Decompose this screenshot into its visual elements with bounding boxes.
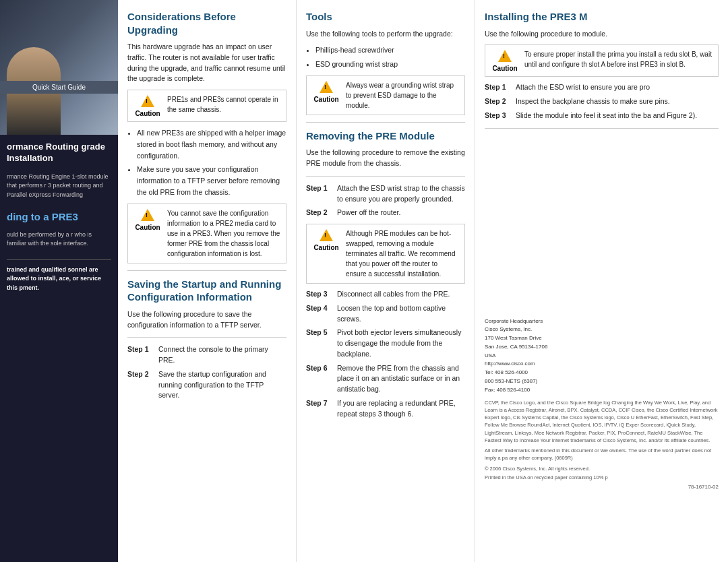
caution-icon-4 bbox=[320, 228, 333, 242]
column-3: Tools Use the following tools to perform… bbox=[297, 0, 475, 562]
caution-label-5: Caution bbox=[491, 49, 519, 72]
bullet-list: All new PRE3s are shipped with a helper … bbox=[137, 127, 286, 198]
rem-step-4-row: Step 4 Loosen the top and bottom captive… bbox=[306, 303, 465, 325]
caution-text-5: To ensure proper install the prima you i… bbox=[524, 49, 712, 69]
column-2: Considerations Before Upgrading This har… bbox=[118, 0, 297, 562]
inst-step-3-label: Step 3 bbox=[485, 111, 512, 121]
copyright-text: © 2006 Cisco Systems, Inc. All rights re… bbox=[485, 465, 719, 472]
step-2-row: Step 2 Save the startup configuration an… bbox=[127, 369, 286, 401]
saving-body: Use the following procedure to save the … bbox=[127, 309, 286, 331]
inst-step-1-text: Attach the ESD wrist to ensure you are p… bbox=[516, 82, 650, 93]
rem-step-7-label: Step 7 bbox=[306, 398, 333, 420]
rem-step-2-text: Power off the router. bbox=[337, 208, 400, 218]
caution-icon-5 bbox=[498, 49, 512, 63]
rem-step-5-label: Step 5 bbox=[306, 327, 333, 359]
rem-step-2-label: Step 2 bbox=[306, 208, 333, 218]
caution-box-2: Caution You cannot save the configuratio… bbox=[127, 204, 286, 263]
legal-text: CCVP, the Cisco Logo, and the Cisco Squa… bbox=[485, 399, 719, 445]
rem-step-1-row: Step 1 Attach the ESD wrist strap to the… bbox=[306, 183, 465, 205]
inst-step-1-row: Step 1 Attach the ESD wrist to ensure yo… bbox=[485, 82, 719, 93]
removing-body: Use the following procedure to remove th… bbox=[306, 148, 465, 169]
step-1-text: Connect the console to the primary PRE. bbox=[158, 344, 286, 366]
caution-text-2: You cannot save the configuration inform… bbox=[167, 208, 280, 259]
inst-step-2-row: Step 2 Inspect the backplane chassis to … bbox=[485, 96, 719, 107]
left-column: Quick Start Guide ormance Routing grade … bbox=[0, 0, 118, 562]
doc-number: 78-16710-02 bbox=[485, 484, 719, 490]
page: Quick Start Guide ormance Routing grade … bbox=[0, 0, 728, 562]
bullet-item-1: All new PRE3s are shipped with a helper … bbox=[137, 127, 286, 161]
product-desc: rmance Routing Engine 1-slot module that… bbox=[7, 173, 111, 200]
inst-step-3-text: Slide the module into feel it seat into … bbox=[516, 111, 697, 121]
installing-body: Use the following procedure to module. bbox=[485, 29, 719, 40]
rem-step-5-row: Step 5 Pivot both ejector levers simulta… bbox=[306, 327, 465, 359]
caution-text-4: Although PRE modules can be hot-swapped,… bbox=[346, 228, 459, 279]
tool-item-1: Phillips-head screwdriver bbox=[315, 44, 465, 56]
rem-step-6-text: Remove the PRE from the chassis and plac… bbox=[337, 363, 465, 395]
caution-label-1: Caution bbox=[133, 94, 162, 117]
saving-title: Saving the Startup and Running Configura… bbox=[127, 278, 286, 304]
step-2-text: Save the startup configuration and runni… bbox=[158, 369, 286, 401]
caution-triangle-4 bbox=[320, 229, 333, 241]
inst-step-1-label: Step 1 bbox=[485, 82, 512, 93]
caution-box-3: Caution Always wear a grounding wrist st… bbox=[306, 75, 465, 115]
recycled-text: Printed in the USA on recycled paper con… bbox=[485, 474, 719, 481]
caution-triangle-5 bbox=[498, 50, 512, 62]
caution-triangle-1 bbox=[141, 95, 154, 107]
caution-triangle-3 bbox=[320, 81, 333, 93]
caution-text-1: PRE1s and PRE3s cannot operate in the sa… bbox=[167, 94, 280, 115]
rem-step-3-text: Disconnect all cables from the PRE. bbox=[337, 289, 450, 300]
divider-3 bbox=[306, 122, 465, 123]
caution-box-4: Caution Although PRE modules can be hot-… bbox=[306, 224, 465, 284]
rem-step-3-row: Step 3 Disconnect all cables from the PR… bbox=[306, 289, 465, 300]
caution-label-3: Caution bbox=[312, 80, 340, 103]
caution-label-2: Caution bbox=[133, 208, 162, 231]
corp-info: Corporate Headquarters Cisco Systems, In… bbox=[485, 317, 719, 395]
installing-title: Installing the PRE3 M bbox=[485, 10, 719, 24]
caution-label-4: Caution bbox=[312, 228, 340, 251]
divider-4 bbox=[306, 176, 465, 177]
rem-step-7-row: Step 7 If you are replacing a redundant … bbox=[306, 398, 465, 420]
upgrade-desc: ould be performed by a r who is familiar… bbox=[7, 230, 111, 249]
caution-text-3: Always wear a grounding wrist strap to p… bbox=[346, 80, 459, 111]
step-1-label: Step 1 bbox=[127, 344, 154, 366]
rem-step-7-text: If you are replacing a redundant PRE, re… bbox=[337, 398, 465, 420]
rem-step-1-text: Attach the ESD wrist strap to the chassi… bbox=[337, 183, 465, 205]
step-1-row: Step 1 Connect the console to the primar… bbox=[127, 344, 286, 366]
hero-image bbox=[0, 0, 118, 135]
rem-step-2-row: Step 2 Power off the router. bbox=[306, 208, 465, 218]
tools-body: Use the following tools to perform the u… bbox=[306, 29, 465, 40]
divider-1 bbox=[127, 270, 286, 271]
tools-title: Tools bbox=[306, 10, 465, 24]
divider-5 bbox=[485, 128, 719, 129]
warning-text: trained and qualified sonnel are allowed… bbox=[7, 259, 111, 293]
tools-list: Phillips-head screwdriver ESD grounding … bbox=[315, 44, 465, 70]
rem-step-1-label: Step 1 bbox=[306, 183, 333, 205]
caution-box-1: Caution PRE1s and PRE3s cannot operate i… bbox=[127, 90, 286, 122]
left-content: ormance Routing grade Installation rmanc… bbox=[0, 135, 118, 299]
considerations-body: This hardware upgrade has an impact on u… bbox=[127, 42, 286, 84]
bullet-item-2: Make sure you save your configuration in… bbox=[137, 164, 286, 197]
rem-step-4-label: Step 4 bbox=[306, 303, 333, 325]
rem-step-3-label: Step 3 bbox=[306, 289, 333, 300]
product-title: ormance Routing grade Installation bbox=[7, 142, 111, 164]
inst-step-2-label: Step 2 bbox=[485, 96, 512, 107]
caution-icon-3 bbox=[320, 80, 333, 94]
divider-2 bbox=[127, 337, 286, 338]
legal-text-2: All other trademarks mentioned in this d… bbox=[485, 447, 719, 462]
rem-step-4-text: Loosen the top and bottom captive screws… bbox=[337, 303, 465, 325]
inst-step-2-text: Inspect the backplane chassis to make su… bbox=[516, 96, 670, 107]
column-4: Installing the PRE3 M Use the following … bbox=[475, 0, 728, 562]
caution-triangle-2 bbox=[141, 209, 154, 221]
caution-icon-2 bbox=[141, 208, 154, 222]
tool-item-2: ESD grounding wrist strap bbox=[315, 59, 465, 70]
upgrade-title: ding to a PRE3 bbox=[7, 210, 111, 224]
caution-icon-1 bbox=[141, 94, 154, 108]
inst-step-3-row: Step 3 Slide the module into feel it sea… bbox=[485, 111, 719, 121]
rem-step-5-text: Pivot both ejector levers simultaneously… bbox=[337, 327, 465, 359]
step-2-label: Step 2 bbox=[127, 369, 154, 401]
quick-start-label: Quick Start Guide bbox=[0, 81, 118, 94]
rem-step-6-row: Step 6 Remove the PRE from the chassis a… bbox=[306, 363, 465, 395]
removing-title: Removing the PRE Module bbox=[306, 129, 465, 143]
caution-box-5: Caution To ensure proper install the pri… bbox=[485, 44, 719, 77]
considerations-title: Considerations Before Upgrading bbox=[127, 10, 286, 36]
